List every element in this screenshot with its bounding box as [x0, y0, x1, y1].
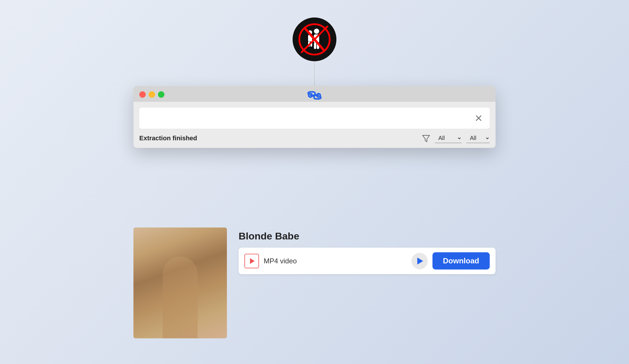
format-label: MP4 video [264, 257, 407, 265]
svg-point-0 [314, 29, 319, 34]
video-title: Blonde Babe [239, 230, 496, 242]
window-maximize-button[interactable] [158, 91, 164, 98]
svg-rect-6 [308, 41, 310, 47]
format-icon-box [244, 254, 259, 268]
svg-rect-7 [310, 41, 312, 47]
video-thumbnail [133, 228, 227, 338]
window-close-button[interactable] [139, 91, 146, 98]
format-row: MP4 video Download [239, 248, 496, 274]
close-icon [475, 114, 483, 122]
content-area: Blonde Babe MP4 video Download [133, 228, 496, 338]
type-filter-select[interactable]: All Video Audio Image [435, 133, 462, 143]
preview-button[interactable] [411, 253, 428, 269]
download-button[interactable]: Download [432, 252, 490, 270]
svg-marker-11 [423, 135, 430, 142]
chain-link-icon [306, 90, 323, 101]
address-bar-area: https://motherless.com/0016FC4 [133, 102, 496, 129]
window-controls [139, 91, 164, 98]
thumbnail-image [133, 228, 227, 338]
restriction-icon [293, 18, 336, 61]
browser-titlebar [133, 86, 496, 102]
people-silhouette-icon [304, 28, 325, 51]
filter-icon [422, 134, 430, 142]
browser-logo [306, 90, 323, 101]
quality-filter-select[interactable]: All HD SD [466, 133, 490, 143]
url-input[interactable]: https://motherless.com/0016FC4 [144, 114, 472, 123]
status-bar: Extraction finished All Video Audio Imag… [133, 129, 496, 148]
window-minimize-button[interactable] [149, 91, 155, 98]
video-format-icon [250, 258, 255, 264]
play-icon [417, 258, 423, 265]
clear-url-button[interactable] [472, 112, 485, 125]
filter-area: All Video Audio Image All HD SD [422, 133, 490, 143]
svg-rect-2 [314, 43, 316, 49]
address-bar-row: https://motherless.com/0016FC4 [139, 108, 490, 129]
browser-window: https://motherless.com/0016FC4 Extractio… [133, 86, 496, 148]
video-info-panel: Blonde Babe MP4 video Download [239, 228, 496, 274]
extraction-status: Extraction finished [139, 134, 416, 142]
restriction-inner-circle [298, 23, 331, 55]
